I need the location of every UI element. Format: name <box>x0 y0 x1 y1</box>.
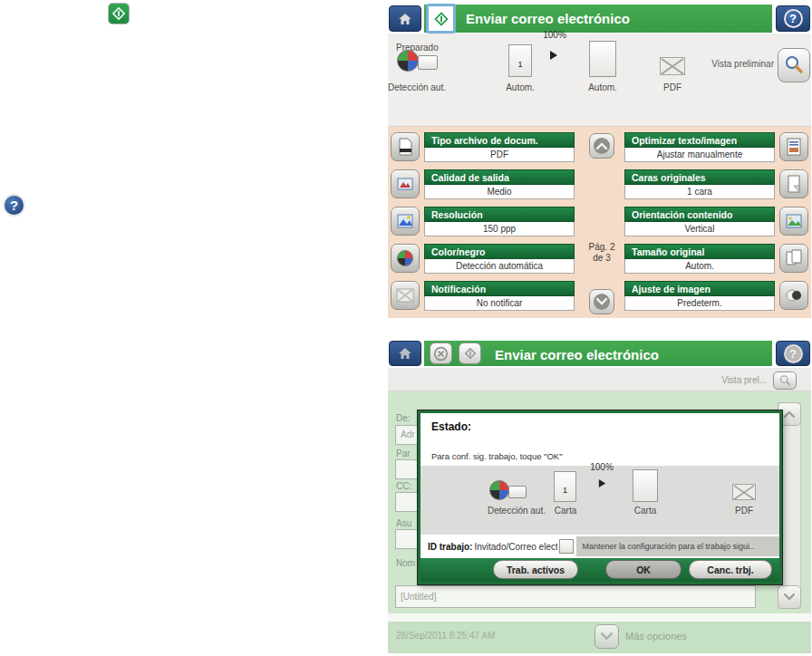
option-value: Autom. <box>624 259 775 274</box>
filename-field[interactable]: [Untitled] <box>395 585 756 608</box>
cc-label: CC: <box>396 481 411 491</box>
chevron-up-icon <box>596 142 607 150</box>
page-title: Enviar correo electrónico <box>495 347 659 362</box>
scroll-down-button[interactable] <box>589 289 614 314</box>
start-callout-icon <box>108 3 130 24</box>
ok-button[interactable]: OK <box>605 560 682 579</box>
original-sides-icon <box>779 169 808 198</box>
start-diamond-icon <box>463 346 478 361</box>
option-value: 150 ppp <box>424 222 575 236</box>
home-button[interactable] <box>389 341 421 366</box>
optimize-text-image-icon <box>779 132 808 161</box>
option-resolucion[interactable]: Resolución 150 ppp <box>391 207 575 237</box>
help-button[interactable]: ? <box>776 5 810 32</box>
pdf-envelope-icon <box>732 484 756 500</box>
from-label: De: <box>396 413 411 423</box>
tray-count: 1 <box>509 60 531 69</box>
color-detection-icon <box>397 50 419 72</box>
notification-icon <box>391 281 420 310</box>
timestamp: 28/Sep/2011 8:25:47 AM <box>396 631 495 641</box>
option-notificacion[interactable]: Notificación No notificar <box>391 281 575 312</box>
color-wheel-glyph <box>397 250 413 266</box>
dialog-message: Para conf. sig. trabajo, toque "OK" <box>431 451 563 461</box>
more-options-button[interactable] <box>594 624 619 649</box>
zoom-percent: 100% <box>580 462 624 472</box>
option-tipo-archivo[interactable]: Tipo archivo de docum. PDF <box>391 132 575 163</box>
start-button[interactable] <box>459 342 481 364</box>
keep-settings-label: Mantener la configuración para el trabaj… <box>576 536 779 556</box>
option-color-negro[interactable]: Color/negro Detección automática <box>391 244 575 275</box>
option-title: Orientación contenido <box>624 207 775 222</box>
cancel-job-button[interactable] <box>430 342 452 364</box>
color-detection-label: Detección aut. <box>388 82 446 92</box>
job-id-row: ID trabajo: Invitado/Correo electrón Man… <box>420 535 779 558</box>
page-title: Enviar correo electrónico <box>466 11 630 26</box>
start-diamond-icon <box>111 5 127 22</box>
page-indicator-line2: de 3 <box>580 253 624 264</box>
scale-arrow-icon <box>598 478 606 488</box>
cancel-x-icon <box>433 346 449 362</box>
paper-size-icon <box>589 41 616 77</box>
option-value: Ajustar manualmente <box>624 148 775 162</box>
dialog-settings-panel: Detección aut. 1 Carta 100% Carta PDF <box>420 466 779 535</box>
magnifier-icon <box>778 374 792 388</box>
preview-label: Vista prel... <box>687 375 767 385</box>
option-title: Calidad de salida <box>424 169 575 185</box>
more-options-label: Más opciones <box>625 631 687 642</box>
to-label: Par <box>396 449 411 458</box>
option-title: Color/negro <box>424 244 575 259</box>
divider <box>388 613 811 622</box>
preview-button[interactable] <box>773 371 797 390</box>
job-id-value: Invitado/Correo electrón <box>474 542 557 552</box>
scrollbar-down-button[interactable] <box>778 585 801 609</box>
preview-button[interactable] <box>778 48 810 82</box>
tray-icon: 1 <box>508 44 532 77</box>
output-quality-icon <box>391 169 420 198</box>
tray-label: Carta <box>540 506 591 516</box>
scroll-up-button[interactable] <box>589 133 614 159</box>
screenshot-send-email-main: Enviar correo electrónico ? Preparado De… <box>388 5 811 318</box>
dialog-title: Estado: <box>431 420 471 433</box>
paper-size-icon <box>633 469 658 502</box>
original-size-icon <box>779 244 808 273</box>
start-button[interactable] <box>426 4 456 34</box>
active-jobs-button[interactable]: Trab. activos <box>493 560 578 579</box>
keep-settings-checkbox[interactable] <box>559 539 574 554</box>
home-button[interactable] <box>389 5 421 32</box>
zoom-percent: 100% <box>533 30 576 40</box>
help-callout-icon: ? <box>3 194 25 217</box>
chevron-down-icon <box>784 593 795 601</box>
job-id-label: ID trabajo: <box>428 542 472 552</box>
option-title: Notificación <box>424 281 575 296</box>
help-icon: ? <box>784 344 803 363</box>
chevron-down-icon <box>601 632 613 641</box>
option-tamano-original[interactable]: Tamaño original Autom. <box>624 244 808 275</box>
option-orientacion[interactable]: Orientación contenido Vertical <box>624 207 808 237</box>
option-caras-originales[interactable]: Caras originales 1 cara <box>624 169 808 200</box>
content-orientation-icon <box>779 207 808 236</box>
chevron-down-icon <box>596 298 607 305</box>
paper-label: Autom. <box>577 82 628 92</box>
option-title: Optimizar texto/imagen <box>624 132 775 148</box>
color-black-icon <box>391 244 420 273</box>
scale-arrow-icon <box>549 50 558 61</box>
screenshot-send-email-status: Enviar correo electrónico ? Vista prel..… <box>388 339 811 653</box>
option-ajuste-imagen[interactable]: Ajuste de imagen Predeterm. <box>624 281 808 312</box>
help-button[interactable]: ? <box>776 341 810 366</box>
option-calidad-salida[interactable]: Calidad de salida Medio <box>391 169 575 200</box>
help-icon: ? <box>784 9 803 28</box>
home-icon <box>396 345 414 362</box>
option-title: Caras originales <box>624 169 775 185</box>
option-optimizar[interactable]: Optimizar texto/imagen Ajustar manualmen… <box>624 132 808 163</box>
chevron-up-icon <box>784 410 795 418</box>
cancel-job-button[interactable]: Canc. trbj. <box>689 560 772 579</box>
pdf-envelope-icon <box>660 57 685 75</box>
option-title: Resolución <box>424 207 575 222</box>
page-indicator-line1: Pág. 2 <box>580 242 624 253</box>
option-value: Vertical <box>624 222 775 236</box>
option-value: Detección automática <box>424 259 575 274</box>
option-value: Predeterm. <box>624 296 775 311</box>
preview-label: Vista preliminar <box>687 59 774 69</box>
tray-icon: 1 <box>554 471 576 502</box>
subject-label: Asu <box>396 518 411 528</box>
